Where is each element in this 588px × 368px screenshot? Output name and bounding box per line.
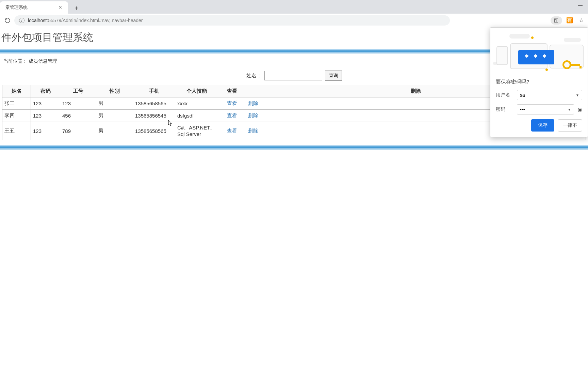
- cell-name: 王五: [2, 122, 31, 140]
- username-dropdown[interactable]: sa ▼: [517, 90, 582, 100]
- password-key-icon[interactable]: ⚿: [551, 16, 562, 25]
- cell-empno: 789: [60, 122, 96, 140]
- cell-empno: 456: [60, 110, 96, 122]
- view-link[interactable]: 查看: [227, 112, 237, 118]
- search-label: 姓名：: [246, 73, 262, 79]
- cell-phone: 13565856545: [133, 110, 175, 122]
- new-tab-button[interactable]: +: [71, 4, 82, 14]
- delete-link[interactable]: 删除: [248, 112, 258, 118]
- popup-password-chip: ＊＊＊: [518, 50, 554, 64]
- cell-skills: C#、ASP.NET、Sql Server: [175, 122, 218, 140]
- key-icon: [562, 60, 582, 69]
- password-label: 密码: [496, 106, 513, 112]
- cell-view: 查看: [218, 110, 246, 122]
- col-header-skills: 个人技能: [175, 85, 218, 97]
- cell-gender: 男: [96, 110, 133, 122]
- col-header-password: 密码: [31, 85, 60, 97]
- cell-skills: dsfgsdf: [175, 110, 218, 122]
- cell-empno: 123: [60, 97, 96, 110]
- cell-phone: 13585658565: [133, 97, 175, 110]
- tab-title: 案管理系统: [5, 4, 28, 11]
- popup-question: 要保存密码吗?: [496, 79, 582, 85]
- view-link[interactable]: 查看: [227, 128, 237, 134]
- search-input[interactable]: [264, 71, 322, 80]
- window-minimize-icon[interactable]: —: [572, 0, 588, 10]
- delete-link[interactable]: 删除: [248, 100, 258, 106]
- cell-name: 李四: [2, 110, 31, 122]
- browser-tab-active[interactable]: 案管理系统 ×: [0, 1, 68, 14]
- save-button[interactable]: 保存: [531, 119, 554, 132]
- cell-skills: xxxx: [175, 97, 218, 110]
- site-info-icon[interactable]: i: [19, 18, 24, 23]
- never-button[interactable]: 一律不: [558, 119, 582, 132]
- username-value: sa: [520, 92, 525, 98]
- col-header-view: 查看: [218, 85, 246, 97]
- col-header-name: 姓名: [2, 85, 31, 97]
- translate-icon[interactable]: 🈶: [566, 17, 574, 24]
- save-password-popup: × ＊＊＊ 要保存密码吗? 用户名 sa ▼ 密码 ••• ▼ ◉ 保存: [490, 27, 588, 137]
- cell-name: 张三: [2, 97, 31, 110]
- breadcrumb-current: 成员信息管理: [29, 58, 57, 64]
- password-dropdown[interactable]: ••• ▼: [517, 104, 574, 114]
- bookmark-star-icon[interactable]: ☆: [577, 17, 585, 24]
- address-bar[interactable]: i localhost:55579/Admin/index.html#nav,.…: [14, 15, 450, 26]
- cell-password: 123: [31, 110, 60, 122]
- chevron-down-icon: ▼: [568, 108, 571, 111]
- search-button[interactable]: 查询: [325, 71, 342, 81]
- reveal-password-icon[interactable]: ◉: [577, 106, 582, 113]
- cell-gender: 男: [96, 97, 133, 110]
- browser-toolbar: i localhost:55579/Admin/index.html#nav,.…: [0, 14, 588, 27]
- password-masked: •••: [520, 107, 525, 112]
- url-text: localhost:55579/Admin/index.html#nav,.na…: [28, 18, 143, 23]
- col-header-gender: 性别: [96, 85, 133, 97]
- cell-view: 查看: [218, 97, 246, 110]
- username-label: 用户名: [496, 92, 513, 98]
- view-link[interactable]: 查看: [227, 100, 237, 106]
- reload-icon[interactable]: [3, 16, 12, 25]
- close-tab-icon[interactable]: ×: [57, 4, 64, 11]
- chevron-down-icon: ▼: [576, 93, 579, 97]
- delete-link[interactable]: 删除: [248, 128, 258, 134]
- banner-divider-bottom: [0, 145, 588, 150]
- breadcrumb-prefix: 当前位置：: [3, 58, 27, 64]
- cell-password: 123: [31, 122, 60, 140]
- cell-password: 123: [31, 97, 60, 110]
- cell-phone: 13585658565: [133, 122, 175, 140]
- cell-gender: 男: [96, 122, 133, 140]
- col-header-phone: 手机: [133, 85, 175, 97]
- browser-tab-bar: 案管理系统 × + —: [0, 0, 588, 14]
- cell-view: 查看: [218, 122, 246, 140]
- col-header-empno: 工号: [60, 85, 96, 97]
- popup-illustration: ＊＊＊: [490, 28, 588, 75]
